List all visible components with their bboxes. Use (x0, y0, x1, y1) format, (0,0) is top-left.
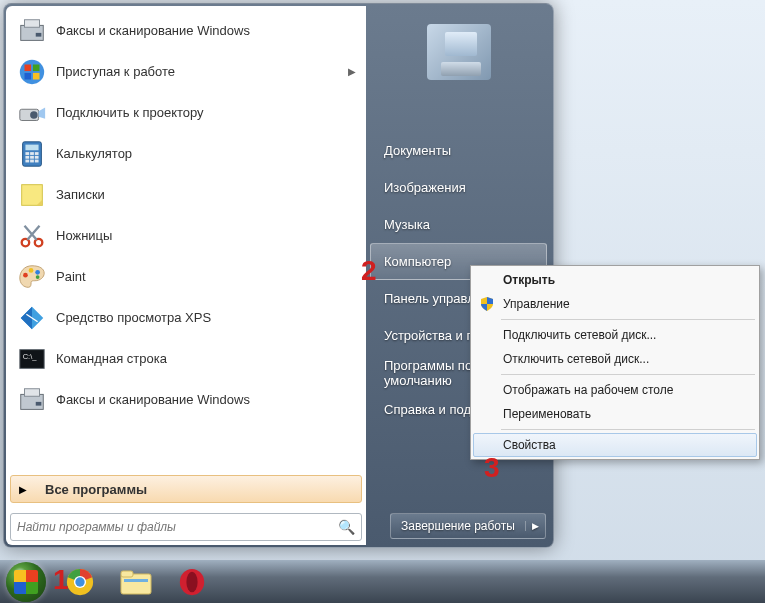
program-label: Командная строка (56, 351, 356, 366)
calculator-icon (16, 138, 48, 170)
svg-point-3 (20, 59, 44, 83)
sticky-notes-icon (16, 179, 48, 211)
callout-2: 2 (361, 255, 377, 287)
svg-rect-14 (35, 152, 39, 155)
svg-point-9 (30, 111, 38, 119)
cm-disconnect-drive[interactable]: Отключить сетевой диск... (473, 347, 757, 371)
program-projector[interactable]: Подключить к проектору (10, 92, 362, 133)
all-programs-button[interactable]: ▶ Все программы (10, 475, 362, 503)
svg-rect-38 (124, 579, 148, 582)
program-label: Приступая к работе (56, 64, 348, 79)
cm-label: Подключить сетевой диск... (503, 328, 656, 342)
paint-icon (16, 261, 48, 293)
context-menu: Открыть Управление Подключить сетевой ди… (470, 265, 760, 460)
start-menu-left-panel: Факсы и сканирование Windows Приступая к… (6, 6, 366, 545)
cm-separator (501, 374, 755, 375)
program-cmd[interactable]: C:\_ Командная строка (10, 338, 362, 379)
program-label: Ножницы (56, 228, 356, 243)
svg-point-25 (29, 268, 34, 273)
svg-point-35 (75, 577, 84, 586)
svg-rect-11 (25, 144, 38, 150)
xps-viewer-icon (16, 302, 48, 334)
cm-separator (501, 429, 755, 430)
svg-rect-32 (36, 401, 42, 405)
user-avatar-area[interactable] (370, 12, 547, 92)
program-fax-scan-2[interactable]: Факсы и сканирование Windows (10, 379, 362, 420)
program-label: Средство просмотра XPS (56, 310, 356, 325)
shutdown-row: Завершение работы ▶ (370, 513, 547, 539)
cm-label: Свойства (503, 438, 556, 452)
program-paint[interactable]: Paint (10, 256, 362, 297)
search-icon: 🔍 (338, 519, 355, 535)
svg-rect-18 (25, 159, 29, 162)
cm-label: Отображать на рабочем столе (503, 383, 673, 397)
link-label: Документы (384, 143, 451, 158)
taskbar-explorer[interactable] (114, 564, 158, 600)
svg-rect-7 (33, 72, 40, 79)
program-snipping-tool[interactable]: Ножницы (10, 215, 362, 256)
uac-shield-icon (479, 296, 495, 312)
program-xps-viewer[interactable]: Средство просмотра XPS (10, 297, 362, 338)
cm-label: Открыть (503, 273, 555, 287)
taskbar[interactable] (0, 560, 765, 603)
cm-properties[interactable]: Свойства (473, 433, 757, 457)
svg-rect-17 (35, 155, 39, 158)
svg-rect-13 (30, 152, 34, 155)
shutdown-button[interactable]: Завершение работы ▶ (390, 513, 546, 539)
program-sticky-notes[interactable]: Записки (10, 174, 362, 215)
program-label: Факсы и сканирование Windows (56, 23, 356, 38)
svg-rect-6 (25, 72, 32, 79)
search-box[interactable]: 🔍 (10, 513, 362, 541)
svg-rect-5 (33, 64, 40, 71)
cm-show-desktop[interactable]: Отображать на рабочем столе (473, 378, 757, 402)
submenu-arrow-icon: ▶ (348, 66, 356, 77)
program-calculator[interactable]: Калькулятор (10, 133, 362, 174)
callout-1: 1 (53, 564, 69, 596)
svg-point-24 (23, 272, 28, 277)
svg-rect-16 (30, 155, 34, 158)
link-label: Музыка (384, 217, 430, 232)
triangle-right-icon: ▶ (19, 484, 31, 495)
cm-manage[interactable]: Управление (473, 292, 757, 316)
svg-rect-2 (36, 32, 42, 36)
scissors-icon (16, 220, 48, 252)
callout-3: 3 (484, 452, 500, 484)
program-list: Факсы и сканирование Windows Приступая к… (10, 10, 362, 471)
link-music[interactable]: Музыка (370, 206, 547, 243)
svg-rect-1 (25, 19, 40, 27)
getting-started-icon (16, 56, 48, 88)
cm-map-drive[interactable]: Подключить сетевой диск... (473, 323, 757, 347)
fax-scan-icon (16, 15, 48, 47)
svg-point-40 (186, 571, 197, 592)
program-getting-started[interactable]: Приступая к работе ▶ (10, 51, 362, 92)
svg-rect-21 (22, 184, 43, 205)
svg-text:C:\_: C:\_ (23, 352, 38, 361)
link-documents[interactable]: Документы (370, 132, 547, 169)
svg-point-26 (35, 269, 40, 274)
program-fax-scan[interactable]: Факсы и сканирование Windows (10, 10, 362, 51)
svg-rect-19 (30, 159, 34, 162)
search-input[interactable] (17, 520, 338, 534)
program-label: Подключить к проектору (56, 105, 356, 120)
fax-scan-icon (16, 384, 48, 416)
shutdown-label: Завершение работы (391, 519, 525, 533)
cm-rename[interactable]: Переименовать (473, 402, 757, 426)
program-label: Калькулятор (56, 146, 356, 161)
shutdown-options-arrow-icon[interactable]: ▶ (525, 521, 545, 531)
projector-icon (16, 97, 48, 129)
svg-rect-15 (25, 155, 29, 158)
program-label: Записки (56, 187, 356, 202)
cm-label: Управление (503, 297, 570, 311)
link-label: Изображения (384, 180, 466, 195)
cmd-icon: C:\_ (16, 343, 48, 375)
cm-separator (501, 319, 755, 320)
svg-rect-31 (25, 388, 40, 396)
start-button[interactable] (6, 562, 46, 602)
link-label: Компьютер (384, 254, 451, 269)
cm-open[interactable]: Открыть (473, 268, 757, 292)
all-programs-label: Все программы (45, 482, 147, 497)
cm-label: Переименовать (503, 407, 591, 421)
taskbar-opera[interactable] (170, 564, 214, 600)
link-pictures[interactable]: Изображения (370, 169, 547, 206)
cm-label: Отключить сетевой диск... (503, 352, 649, 366)
